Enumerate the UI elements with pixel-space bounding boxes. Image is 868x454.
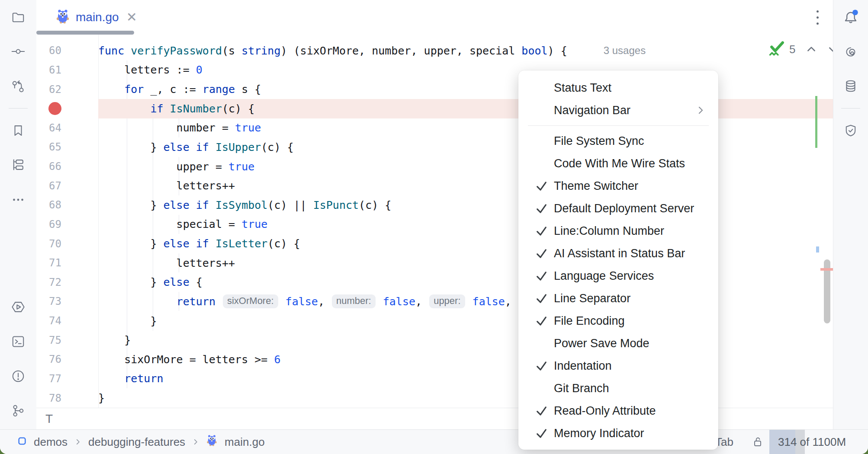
terminal-icon[interactable]: [10, 334, 26, 349]
check-icon: [536, 293, 554, 304]
menu-item-file-system-sync[interactable]: File System Sync: [518, 130, 718, 152]
code-segment: IsPunct: [313, 199, 359, 211]
line-number[interactable]: 73: [36, 295, 98, 307]
line-number[interactable]: 71: [36, 257, 98, 269]
editor-tab-bar: main.go ✕: [36, 0, 833, 35]
line-number[interactable]: 62: [36, 83, 98, 96]
code-text: letters++: [98, 176, 833, 195]
scrollbar-error-marker: [820, 268, 833, 271]
code-text: upper = true: [98, 157, 833, 176]
notifications-bell-icon[interactable]: [842, 9, 859, 26]
menu-item-language-services[interactable]: Language Services: [518, 265, 718, 287]
structure-icon[interactable]: [10, 157, 26, 173]
chevron-up-icon[interactable]: [806, 44, 817, 55]
menu-item-default-deployment-server[interactable]: Default Deployment Server: [518, 197, 718, 220]
code-text: for _, c := range s {: [98, 80, 833, 99]
pull-requests-icon[interactable]: [10, 79, 26, 94]
menu-item-power-save-mode[interactable]: Power Save Mode: [518, 332, 718, 355]
status-bar: demos debugging-features main.go Tab 314…: [0, 429, 868, 454]
menu-item-memory-indicator[interactable]: Memory Indicator: [518, 422, 718, 444]
menu-item-label: Language Services: [554, 269, 718, 283]
menu-item-git-branch[interactable]: Git Branch: [518, 377, 718, 400]
code-segment: [98, 295, 177, 308]
chevron-down-icon[interactable]: [827, 44, 833, 55]
menu-item-label: Line:Column Number: [554, 224, 718, 238]
line-number[interactable]: 60: [36, 45, 98, 57]
code-segment: }: [98, 276, 164, 288]
breadcrumb-folder[interactable]: debugging-features: [88, 435, 185, 449]
menu-item-label: Indentation: [554, 359, 718, 373]
inspections-count: 5: [789, 43, 795, 56]
menu-item-label: Memory Indicator: [554, 427, 718, 440]
tab-main-go[interactable]: main.go ✕: [48, 0, 145, 35]
line-number[interactable]: 70: [36, 238, 98, 250]
code-segment: letters++: [98, 179, 235, 192]
menu-item-theme-switcher[interactable]: Theme Switcher: [518, 175, 718, 197]
menu-item-line-column-number[interactable]: Line:Column Number: [518, 220, 718, 242]
code-segment: IsSymbol: [215, 199, 267, 211]
breakpoint-icon[interactable]: [48, 102, 61, 115]
close-icon[interactable]: ✕: [126, 11, 137, 24]
breadcrumb-project[interactable]: demos: [34, 435, 68, 449]
menu-item-label: Read-Only Attribute: [554, 404, 718, 418]
problems-icon[interactable]: [10, 368, 26, 384]
menu-item-ai-assistant-in-status-bar[interactable]: AI Assistant in Status Bar: [518, 242, 718, 265]
line-number[interactable]: 68: [36, 199, 98, 211]
menu-item-line-separator[interactable]: Line Separator: [518, 287, 718, 310]
vcs-change-marker: [815, 96, 817, 148]
line-number[interactable]: 77: [36, 373, 98, 385]
more-options-kebab-icon[interactable]: [812, 10, 823, 25]
code-segment: func: [98, 45, 131, 57]
inspections-widget[interactable]: 5: [768, 41, 833, 58]
line-number[interactable]: 69: [36, 218, 98, 230]
code-segment: string: [241, 45, 280, 57]
line-number[interactable]: 78: [36, 392, 98, 404]
line-number[interactable]: 76: [36, 353, 98, 365]
line-number[interactable]: 61: [36, 64, 98, 76]
breadcrumb-file[interactable]: main.go: [225, 435, 265, 449]
menu-separator: [528, 125, 709, 126]
unlock-icon[interactable]: [751, 435, 765, 449]
usages-hint[interactable]: 3 usages: [604, 45, 646, 57]
menu-item-navigation-bar[interactable]: Navigation Bar: [518, 99, 718, 121]
code-text: }: [98, 388, 833, 408]
code-segment: (c) {: [267, 237, 300, 250]
line-number[interactable]: 66: [36, 160, 98, 173]
memory-indicator[interactable]: 314 of 1100M: [769, 430, 859, 454]
code-segment: }: [98, 199, 164, 211]
run-icon[interactable]: [10, 299, 26, 315]
chevron-right-icon: [74, 438, 81, 445]
more-icon[interactable]: [10, 192, 26, 208]
line-number[interactable]: 65: [36, 141, 98, 153]
commit-icon[interactable]: [10, 44, 26, 59]
code-segment: [98, 372, 124, 385]
menu-item-file-encoding[interactable]: File Encoding: [518, 310, 718, 332]
line-number[interactable]: 64: [36, 122, 98, 134]
bookmarks-icon[interactable]: [10, 123, 26, 138]
line-number[interactable]: 67: [36, 180, 98, 192]
menu-item-status-text[interactable]: Status Text: [518, 77, 718, 99]
code-line[interactable]: 60func verifyPassword(s string) (sixOrMo…: [36, 41, 833, 61]
code-segment: true: [235, 121, 261, 134]
menu-item-code-with-me-wire-stats[interactable]: Code With Me Wire Stats: [518, 152, 718, 175]
shield-icon[interactable]: [843, 123, 858, 138]
code-text: }: [98, 311, 833, 331]
menu-item-label: Theme Switcher: [554, 179, 718, 193]
database-icon[interactable]: [843, 78, 858, 94]
version-control-icon[interactable]: [10, 403, 26, 419]
check-icon: [536, 180, 554, 192]
code-segment: special =: [98, 218, 241, 230]
code-segment: if: [150, 102, 170, 115]
check-icon: [536, 248, 554, 259]
menu-item-indentation[interactable]: Indentation: [518, 355, 718, 377]
line-number[interactable]: 75: [36, 334, 98, 346]
ai-assistant-icon[interactable]: [843, 44, 858, 60]
menu-item-read-only-attribute[interactable]: Read-Only Attribute: [518, 400, 718, 422]
code-segment: (c) ||: [267, 199, 313, 211]
check-icon: [536, 315, 554, 327]
code-segment: for: [124, 83, 150, 96]
line-number[interactable]: 74: [36, 315, 98, 327]
folder-icon[interactable]: [10, 10, 26, 25]
menu-item-label: Code With Me Wire Stats: [554, 157, 718, 170]
line-number[interactable]: 72: [36, 276, 98, 288]
